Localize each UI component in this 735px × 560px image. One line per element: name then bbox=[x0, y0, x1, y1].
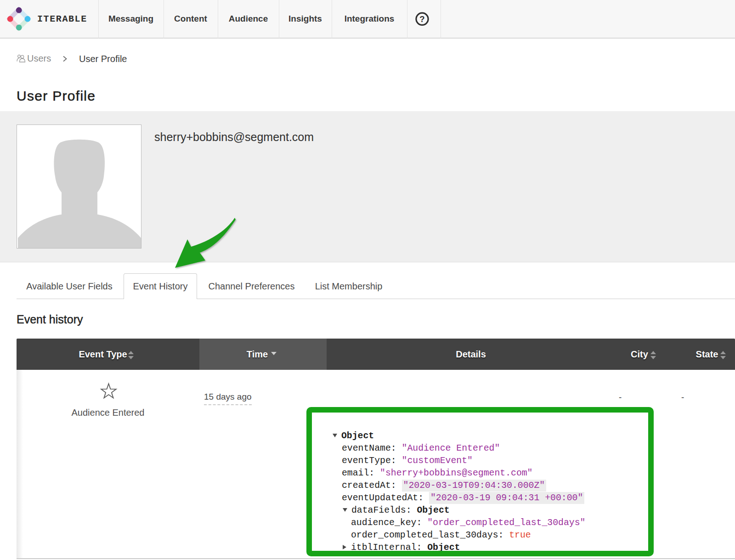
svg-text:?: ? bbox=[419, 14, 424, 24]
